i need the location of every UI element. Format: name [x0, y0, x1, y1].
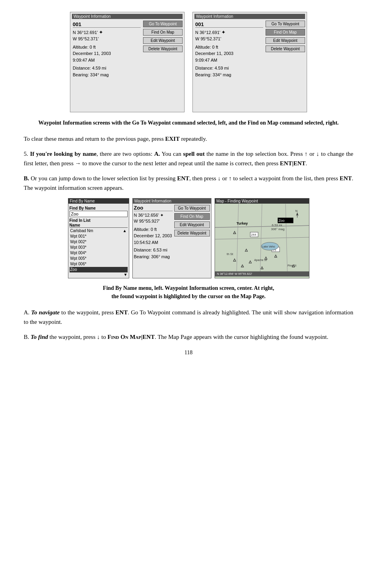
map-body: th St Apache St Pine St 75 244	[215, 204, 309, 277]
screen1-info: Altitude: 0 ft December 11, 2003 9:09:47…	[73, 44, 141, 78]
bottom-screenshots-row: Find By Name Find By Name Zoo Find In Li…	[24, 198, 353, 278]
svg-text:Turkey: Turkey	[236, 221, 248, 225]
screen1-btn-delete[interactable]: Delete Waypoint	[143, 45, 183, 52]
caption2: Find By Name menu, left. Waypoint Inform…	[24, 284, 353, 301]
paragraph-a: A. To navigate to the waypoint, press EN…	[24, 308, 353, 327]
svg-text:Zoo: Zoo	[278, 219, 284, 223]
paragraph-b: B. To find the waypoint, press ↓ to FIND…	[24, 332, 353, 342]
fbn-list-item-zoo[interactable]: Zoo	[70, 267, 128, 272]
fbn-input[interactable]: Zoo	[70, 211, 128, 217]
svg-text:Pine St: Pine St	[287, 265, 296, 267]
fbn-list-item-wpt004[interactable]: Wpt 004*	[70, 250, 128, 256]
wp-center-btn-delete[interactable]: Delete Waypoint	[174, 230, 210, 236]
screen2-btn-delete[interactable]: Delete Waypoint	[266, 45, 305, 52]
paragraph3: B. Or you can jump down to the lower sel…	[24, 174, 353, 193]
wp-center-btn-edit[interactable]: Edit Waypoint	[174, 221, 210, 228]
wp-center-title: Waypoint Information	[133, 199, 211, 204]
fbn-list-item-wpt002[interactable]: Wpt 002*	[70, 239, 128, 245]
svg-text:th St: th St	[226, 252, 233, 256]
map-title: Map - Finding Waypoint	[215, 199, 309, 204]
find-by-name-panel: Find By Name Find By Name Zoo Find In Li…	[68, 198, 129, 278]
svg-text:N: N	[295, 209, 298, 213]
map-panel: Map - Finding Waypoint th St Apache St P…	[215, 198, 309, 278]
fbn-section2-label: Find In List	[70, 218, 128, 223]
fbn-list-item-carlsbad[interactable]: Carlsbad Nm ▲	[70, 228, 128, 234]
screen1-coords: N 36°12.691' ✦ W 95°52.371'	[73, 29, 141, 42]
wp-info-center: Waypoint Information Zoo N 36°12.656' ✦ …	[132, 198, 211, 278]
fbn-list-item-wpt003[interactable]: Wpt 003*	[70, 245, 128, 250]
screen1-btn-find[interactable]: Find On Map	[143, 29, 183, 36]
screen2-btn-edit[interactable]: Edit Waypoint	[266, 37, 305, 44]
svg-text:244: 244	[251, 233, 256, 236]
screen1-id: 001	[73, 21, 141, 28]
fbn-list-header: Name	[70, 223, 128, 228]
wp-center-btn-find[interactable]: Find On Map	[174, 213, 210, 220]
paragraph2: 5. If you're looking by name, there are …	[24, 149, 353, 168]
svg-text:N  36°12.656'  W  95°55.922': N 36°12.656' W 95°55.922'	[217, 272, 252, 276]
fbn-title: Find By Name	[68, 199, 129, 204]
wp-center-id: Zoo	[134, 205, 173, 211]
screen2-title: Waypoint Information	[194, 14, 305, 19]
screen1-title: Waypoint Information	[72, 14, 183, 19]
waypoint-screen-right: Waypoint Information 001 N 36°12.691' ✦ …	[192, 12, 307, 112]
fbn-section1-label: Find By Name	[70, 206, 128, 210]
screen2-btn-find[interactable]: Find On Map	[266, 29, 305, 36]
wp-center-btn-goto[interactable]: Go To Waypoint	[174, 205, 210, 212]
wp-center-buttons: Go To Waypoint Find On Map Edit Waypoint…	[174, 205, 210, 260]
svg-text:306° mag: 306° mag	[271, 227, 284, 231]
screen2-btn-goto[interactable]: Go To Waypoint	[266, 21, 305, 27]
waypoint-screen-left: Waypoint Information 001 N 36°12.691' ✦ …	[70, 12, 185, 112]
fbn-scroll-down: ▼	[70, 272, 128, 277]
fbn-list-item-wpt005[interactable]: Wpt 005*	[70, 256, 128, 261]
wp-center-coords: N 36°12.656' ✦ W 95°55.927'	[134, 212, 173, 225]
svg-text:6.53 mi: 6.53 mi	[271, 223, 282, 227]
screen2-id: 001	[195, 21, 263, 28]
caption1: Waypoint Information screens with the Go…	[24, 119, 353, 127]
fbn-list-item-wpt006[interactable]: Wpt 006*	[70, 261, 128, 267]
top-screenshots-row: Waypoint Information 001 N 36°12.691' ✦ …	[24, 12, 353, 112]
paragraph1: To clear these menus and return to the p…	[24, 134, 353, 144]
fbn-list-item-wpt001[interactable]: Wpt 001*	[70, 234, 128, 239]
screen2-coords: N 36°12.691' ✦ W 95°52.371'	[195, 29, 263, 42]
screen1-btn-goto[interactable]: Go To Waypoint	[143, 21, 183, 27]
screen1-btn-edit[interactable]: Edit Waypoint	[143, 37, 183, 44]
screen2-buttons: Go To Waypoint Find On Map Edit Waypoint…	[266, 21, 305, 79]
screen2-info: Altitude: 0 ft December 11, 2003 9:09:47…	[195, 44, 263, 78]
svg-text:Lake Veho: Lake Veho	[262, 245, 275, 248]
screen1-buttons: Go To Waypoint Find On Map Edit Waypoint…	[143, 21, 183, 79]
page-number: 118	[24, 350, 353, 356]
wp-center-info: Altitude: 0 ft December 12, 2003 10:54:5…	[134, 226, 173, 260]
